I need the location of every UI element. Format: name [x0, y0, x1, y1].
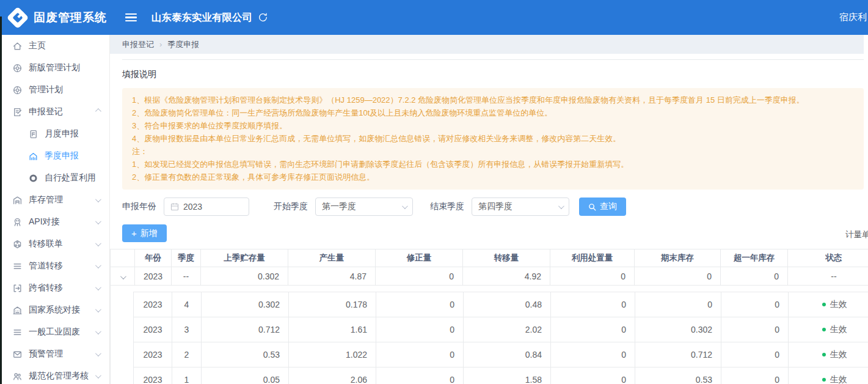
lines-icon [12, 261, 23, 271]
company-name: 山东泰东实业有限公司 [151, 11, 252, 24]
sidebar-item-national-system[interactable]: 国家系统对接 [0, 299, 109, 321]
status-badge: 生效 [791, 324, 868, 335]
robot-icon [12, 217, 23, 227]
expanded-detail-area: 2023 4 0.302 0.178 0 0.48 0 0 0 生效 [111, 286, 868, 384]
chevron-down-icon [95, 198, 100, 202]
filling-instructions-alert: 1、根据《危险废物管理计划和管理台账制定技术导则》（HJ 1259—2022）7… [122, 88, 864, 190]
year-label: 申报年份 [122, 201, 156, 212]
sidebar-item-standardized-assessment[interactable]: 规范化管理考核 [0, 365, 109, 384]
chevron-down-icon [558, 203, 564, 209]
table-toolbar: + 新增 计量单位 [122, 224, 868, 242]
add-button[interactable]: + 新增 [122, 224, 167, 242]
building-icon [28, 151, 38, 161]
col-correction: 修正量 [376, 249, 463, 267]
col-quarter: 季度 [172, 249, 201, 267]
col-year: 年份 [135, 249, 172, 267]
sidebar-item-general-industrial-waste[interactable]: 一般工业固废 [0, 321, 109, 343]
chevron-down-icon [95, 352, 100, 356]
sidebar: 主页 新版管理计划 管理计划 申报登记 月度申报 季度申报 [0, 35, 110, 384]
lines-icon [12, 327, 23, 338]
gov-building-icon [12, 305, 23, 316]
start-quarter-label: 开始季度 [274, 201, 308, 212]
menu-toggle-icon[interactable] [125, 13, 137, 22]
table-row: 2023 1 0.05 2.06 0 1.58 0 0.53 0 生效 [134, 367, 868, 384]
page: 固废管理系统 山东泰东实业有限公司 宿庆利 主页 新版管理计划 管理计划 [0, 0, 868, 384]
breadcrumb-separator: › [159, 40, 162, 49]
search-button[interactable]: 查询 [579, 198, 626, 216]
panel-title: 填报说明 [122, 69, 868, 80]
table-header-row: 年份 季度 上季贮存量 产生量 修正量 转移量 利用处置量 期末库存 超一年库存… [111, 249, 868, 267]
notice-line: 2、危险废物简化管理单位：同一生产经营场所危险废物年产生量10t及以上且未纳入危… [132, 106, 854, 119]
end-quarter-select[interactable]: 第四季度 [472, 198, 569, 216]
sidebar-item-pipeline-transfer[interactable]: 管道转移 [0, 255, 109, 277]
seal-icon [12, 63, 23, 73]
ring-icon [28, 173, 38, 183]
col-transferred: 转移量 [463, 249, 550, 267]
notice-line: 1、根据《危险废物管理计划和管理台账制定技术导则》（HJ 1259—2022）7… [132, 94, 854, 106]
col-status: 状态 [788, 249, 868, 267]
quarterly-table: 年份 季度 上季贮存量 产生量 修正量 转移量 利用处置量 期末库存 超一年库存… [110, 249, 868, 384]
notice-line: 4、废物申报数据是由本单位日常业务汇总而成，无需单位填写，如废物汇总信息错误，请… [132, 132, 854, 145]
search-icon [588, 203, 596, 211]
notice-line: 2、修正量有负数的是正常现象，具体可参考库存修正页面说明信息。 [132, 171, 854, 183]
refresh-icon[interactable] [258, 12, 268, 23]
start-quarter-select[interactable]: 第一季度 [315, 198, 413, 216]
sidebar-item-cross-province[interactable]: 跨省转移 [0, 277, 109, 299]
chevron-down-icon [402, 203, 408, 209]
col-utilized: 利用处置量 [550, 249, 635, 267]
divider [122, 59, 864, 60]
calendar-icon [170, 202, 179, 211]
sidebar-item-new-plan[interactable]: 新版管理计划 [0, 57, 109, 79]
warehouse-icon [12, 195, 23, 205]
plus-icon: + [131, 229, 137, 238]
sidebar-item-transfer-manifest[interactable]: 转移联单 [0, 233, 109, 255]
sidebar-item-api[interactable]: API对接 [0, 211, 109, 233]
sidebar-item-plan[interactable]: 管理计划 [0, 79, 109, 101]
chevron-down-icon [95, 286, 100, 290]
sidebar-item-home[interactable]: 主页 [0, 35, 109, 57]
col-prev-storage: 上季贮存量 [201, 249, 288, 267]
year-input[interactable]: 2023 [164, 198, 249, 216]
app-logo-icon [7, 6, 29, 29]
home-icon [12, 41, 23, 51]
user-name[interactable]: 宿庆利 [839, 12, 867, 23]
sidebar-item-inventory[interactable]: 库存管理 [0, 189, 109, 211]
status-dot-icon [822, 303, 826, 306]
status-badge: 生效 [791, 374, 868, 384]
table-row: 2023 2 0.53 1.022 0 0.84 0 0.712 0 生效 [134, 342, 868, 367]
status-badge: 生效 [791, 349, 868, 360]
breadcrumb: 申报登记 › 季度申报 [110, 35, 864, 54]
unit-label: 计量单位 [845, 229, 868, 242]
brackets-transfer-icon [12, 283, 23, 294]
seal-icon [12, 85, 23, 95]
chevron-down-icon [95, 330, 100, 334]
notice-line: 1、如发现已经提交的申报信息填写错误，需向生态环境部门申请删除该季度起往后（包含… [132, 158, 854, 171]
col-over-one-year: 超一年库存 [721, 249, 788, 267]
top-header: 固废管理系统 山东泰东实业有限公司 宿庆利 [0, 0, 868, 35]
notice-line: 3、符合申报要求的单位按季度按顺序填报。 [132, 119, 854, 132]
app-title: 固废管理系统 [34, 10, 107, 26]
chevron-down-icon [95, 308, 100, 312]
content-area: 申报登记 › 季度申报 填报说明 1、根据《危险废物管理计划和管理台账制定技术导… [110, 35, 868, 384]
hexagon-nodes-icon [12, 239, 23, 249]
sidebar-item-monthly-declaration[interactable]: 月度申报 [0, 123, 109, 145]
table-row: 2023 4 0.302 0.178 0 0.48 0 0 0 生效 [134, 292, 868, 317]
sidebar-item-alert-management[interactable]: 预警管理 [0, 343, 109, 365]
calendar-page-icon [28, 129, 38, 139]
sidebar-item-quarterly-declaration[interactable]: 季度申报 [0, 145, 109, 167]
chevron-down-icon [95, 264, 100, 268]
col-ending-inventory: 期末库存 [635, 249, 721, 267]
notice-line: 注： [132, 145, 854, 158]
sidebar-item-declaration[interactable]: 申报登记 [0, 101, 109, 123]
envelope-icon [12, 349, 23, 360]
status-dot-icon [822, 353, 826, 356]
chevron-down-icon [95, 374, 100, 378]
chevron-down-icon [95, 242, 100, 246]
breadcrumb-declaration[interactable]: 申报登记 [122, 39, 154, 50]
filter-bar: 申报年份 2023 开始季度 第一季度 结束季度 第四季度 [122, 198, 868, 216]
chevron-down-icon [95, 220, 100, 224]
quarter-detail-table: 2023 4 0.302 0.178 0 0.48 0 0 0 生效 [133, 292, 868, 384]
collapse-row-icon[interactable] [120, 273, 126, 279]
window-edge [0, 17, 2, 384]
sidebar-item-self-disposal[interactable]: 自行处置利用 [0, 167, 109, 189]
